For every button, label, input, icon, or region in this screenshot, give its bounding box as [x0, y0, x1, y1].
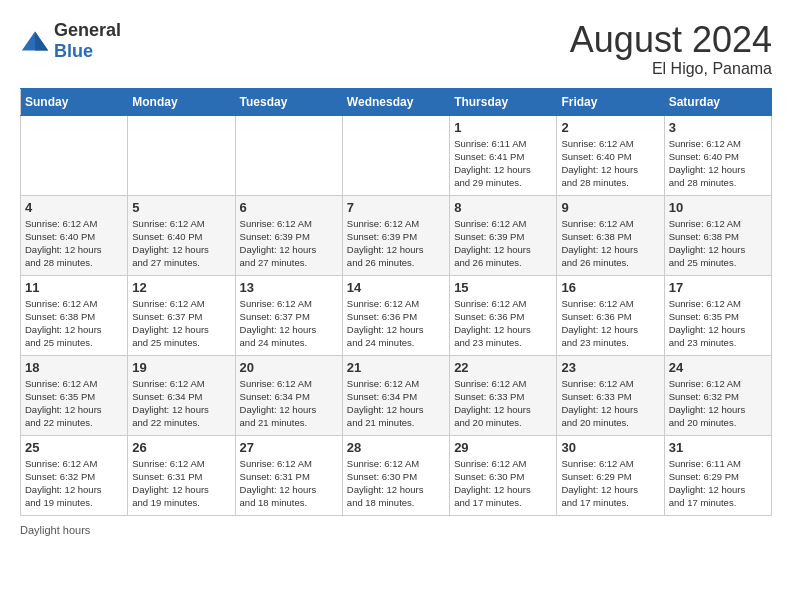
- calendar-cell: 20Sunrise: 6:12 AM Sunset: 6:34 PM Dayli…: [235, 355, 342, 435]
- calendar-cell: [128, 115, 235, 195]
- calendar-cell: 22Sunrise: 6:12 AM Sunset: 6:33 PM Dayli…: [450, 355, 557, 435]
- day-number: 5: [132, 200, 230, 215]
- calendar-cell: 4Sunrise: 6:12 AM Sunset: 6:40 PM Daylig…: [21, 195, 128, 275]
- svg-marker-1: [35, 31, 48, 50]
- day-info: Sunrise: 6:12 AM Sunset: 6:33 PM Dayligh…: [454, 377, 552, 430]
- day-number: 18: [25, 360, 123, 375]
- calendar-day-header: Monday: [128, 88, 235, 115]
- calendar-body: 1Sunrise: 6:11 AM Sunset: 6:41 PM Daylig…: [21, 115, 772, 515]
- calendar-cell: 28Sunrise: 6:12 AM Sunset: 6:30 PM Dayli…: [342, 435, 449, 515]
- day-info: Sunrise: 6:12 AM Sunset: 6:30 PM Dayligh…: [454, 457, 552, 510]
- day-info: Sunrise: 6:11 AM Sunset: 6:41 PM Dayligh…: [454, 137, 552, 190]
- calendar-cell: 6Sunrise: 6:12 AM Sunset: 6:39 PM Daylig…: [235, 195, 342, 275]
- day-info: Sunrise: 6:12 AM Sunset: 6:38 PM Dayligh…: [561, 217, 659, 270]
- page-header: General Blue August 2024 El Higo, Panama: [20, 20, 772, 78]
- day-number: 13: [240, 280, 338, 295]
- calendar-cell: 12Sunrise: 6:12 AM Sunset: 6:37 PM Dayli…: [128, 275, 235, 355]
- calendar-cell: 1Sunrise: 6:11 AM Sunset: 6:41 PM Daylig…: [450, 115, 557, 195]
- logo-general: General: [54, 20, 121, 40]
- calendar-cell: 18Sunrise: 6:12 AM Sunset: 6:35 PM Dayli…: [21, 355, 128, 435]
- title-block: August 2024 El Higo, Panama: [570, 20, 772, 78]
- calendar-week-row: 11Sunrise: 6:12 AM Sunset: 6:38 PM Dayli…: [21, 275, 772, 355]
- day-number: 25: [25, 440, 123, 455]
- calendar-week-row: 25Sunrise: 6:12 AM Sunset: 6:32 PM Dayli…: [21, 435, 772, 515]
- calendar-cell: 17Sunrise: 6:12 AM Sunset: 6:35 PM Dayli…: [664, 275, 771, 355]
- day-info: Sunrise: 6:12 AM Sunset: 6:39 PM Dayligh…: [454, 217, 552, 270]
- day-number: 12: [132, 280, 230, 295]
- day-number: 17: [669, 280, 767, 295]
- day-number: 4: [25, 200, 123, 215]
- calendar-day-header: Sunday: [21, 88, 128, 115]
- calendar-day-header: Tuesday: [235, 88, 342, 115]
- page-title: August 2024: [570, 20, 772, 60]
- logo-icon: [20, 30, 50, 52]
- calendar-cell: [342, 115, 449, 195]
- day-number: 9: [561, 200, 659, 215]
- day-number: 10: [669, 200, 767, 215]
- calendar-cell: 2Sunrise: 6:12 AM Sunset: 6:40 PM Daylig…: [557, 115, 664, 195]
- day-info: Sunrise: 6:12 AM Sunset: 6:39 PM Dayligh…: [240, 217, 338, 270]
- calendar-cell: 10Sunrise: 6:12 AM Sunset: 6:38 PM Dayli…: [664, 195, 771, 275]
- day-number: 1: [454, 120, 552, 135]
- day-number: 29: [454, 440, 552, 455]
- calendar-cell: 24Sunrise: 6:12 AM Sunset: 6:32 PM Dayli…: [664, 355, 771, 435]
- calendar-day-header: Saturday: [664, 88, 771, 115]
- day-info: Sunrise: 6:12 AM Sunset: 6:36 PM Dayligh…: [454, 297, 552, 350]
- calendar-cell: [235, 115, 342, 195]
- calendar-day-header: Friday: [557, 88, 664, 115]
- calendar-cell: 3Sunrise: 6:12 AM Sunset: 6:40 PM Daylig…: [664, 115, 771, 195]
- calendar-cell: [21, 115, 128, 195]
- page-subtitle: El Higo, Panama: [570, 60, 772, 78]
- day-info: Sunrise: 6:12 AM Sunset: 6:39 PM Dayligh…: [347, 217, 445, 270]
- day-number: 7: [347, 200, 445, 215]
- day-info: Sunrise: 6:12 AM Sunset: 6:35 PM Dayligh…: [25, 377, 123, 430]
- day-number: 19: [132, 360, 230, 375]
- calendar-cell: 9Sunrise: 6:12 AM Sunset: 6:38 PM Daylig…: [557, 195, 664, 275]
- day-number: 8: [454, 200, 552, 215]
- day-info: Sunrise: 6:12 AM Sunset: 6:36 PM Dayligh…: [561, 297, 659, 350]
- day-number: 2: [561, 120, 659, 135]
- day-info: Sunrise: 6:12 AM Sunset: 6:37 PM Dayligh…: [240, 297, 338, 350]
- day-info: Sunrise: 6:12 AM Sunset: 6:31 PM Dayligh…: [240, 457, 338, 510]
- logo-blue: Blue: [54, 41, 93, 61]
- calendar-cell: 26Sunrise: 6:12 AM Sunset: 6:31 PM Dayli…: [128, 435, 235, 515]
- day-number: 26: [132, 440, 230, 455]
- day-info: Sunrise: 6:12 AM Sunset: 6:40 PM Dayligh…: [132, 217, 230, 270]
- calendar-cell: 16Sunrise: 6:12 AM Sunset: 6:36 PM Dayli…: [557, 275, 664, 355]
- day-number: 21: [347, 360, 445, 375]
- day-number: 6: [240, 200, 338, 215]
- calendar-cell: 8Sunrise: 6:12 AM Sunset: 6:39 PM Daylig…: [450, 195, 557, 275]
- calendar-cell: 23Sunrise: 6:12 AM Sunset: 6:33 PM Dayli…: [557, 355, 664, 435]
- calendar-cell: 7Sunrise: 6:12 AM Sunset: 6:39 PM Daylig…: [342, 195, 449, 275]
- day-info: Sunrise: 6:11 AM Sunset: 6:29 PM Dayligh…: [669, 457, 767, 510]
- day-info: Sunrise: 6:12 AM Sunset: 6:29 PM Dayligh…: [561, 457, 659, 510]
- day-info: Sunrise: 6:12 AM Sunset: 6:40 PM Dayligh…: [561, 137, 659, 190]
- day-info: Sunrise: 6:12 AM Sunset: 6:38 PM Dayligh…: [25, 297, 123, 350]
- day-number: 23: [561, 360, 659, 375]
- day-number: 16: [561, 280, 659, 295]
- calendar-cell: 25Sunrise: 6:12 AM Sunset: 6:32 PM Dayli…: [21, 435, 128, 515]
- day-number: 30: [561, 440, 659, 455]
- day-number: 22: [454, 360, 552, 375]
- day-info: Sunrise: 6:12 AM Sunset: 6:32 PM Dayligh…: [669, 377, 767, 430]
- calendar-cell: 31Sunrise: 6:11 AM Sunset: 6:29 PM Dayli…: [664, 435, 771, 515]
- day-number: 28: [347, 440, 445, 455]
- day-info: Sunrise: 6:12 AM Sunset: 6:38 PM Dayligh…: [669, 217, 767, 270]
- calendar-cell: 15Sunrise: 6:12 AM Sunset: 6:36 PM Dayli…: [450, 275, 557, 355]
- day-info: Sunrise: 6:12 AM Sunset: 6:40 PM Dayligh…: [669, 137, 767, 190]
- day-number: 27: [240, 440, 338, 455]
- calendar-day-header: Thursday: [450, 88, 557, 115]
- day-info: Sunrise: 6:12 AM Sunset: 6:37 PM Dayligh…: [132, 297, 230, 350]
- calendar-cell: 13Sunrise: 6:12 AM Sunset: 6:37 PM Dayli…: [235, 275, 342, 355]
- calendar-cell: 5Sunrise: 6:12 AM Sunset: 6:40 PM Daylig…: [128, 195, 235, 275]
- day-info: Sunrise: 6:12 AM Sunset: 6:40 PM Dayligh…: [25, 217, 123, 270]
- calendar-cell: 19Sunrise: 6:12 AM Sunset: 6:34 PM Dayli…: [128, 355, 235, 435]
- day-info: Sunrise: 6:12 AM Sunset: 6:33 PM Dayligh…: [561, 377, 659, 430]
- calendar-week-row: 18Sunrise: 6:12 AM Sunset: 6:35 PM Dayli…: [21, 355, 772, 435]
- day-info: Sunrise: 6:12 AM Sunset: 6:35 PM Dayligh…: [669, 297, 767, 350]
- calendar-cell: 30Sunrise: 6:12 AM Sunset: 6:29 PM Dayli…: [557, 435, 664, 515]
- calendar-week-row: 4Sunrise: 6:12 AM Sunset: 6:40 PM Daylig…: [21, 195, 772, 275]
- calendar-header-row: SundayMondayTuesdayWednesdayThursdayFrid…: [21, 88, 772, 115]
- calendar-cell: 14Sunrise: 6:12 AM Sunset: 6:36 PM Dayli…: [342, 275, 449, 355]
- day-number: 31: [669, 440, 767, 455]
